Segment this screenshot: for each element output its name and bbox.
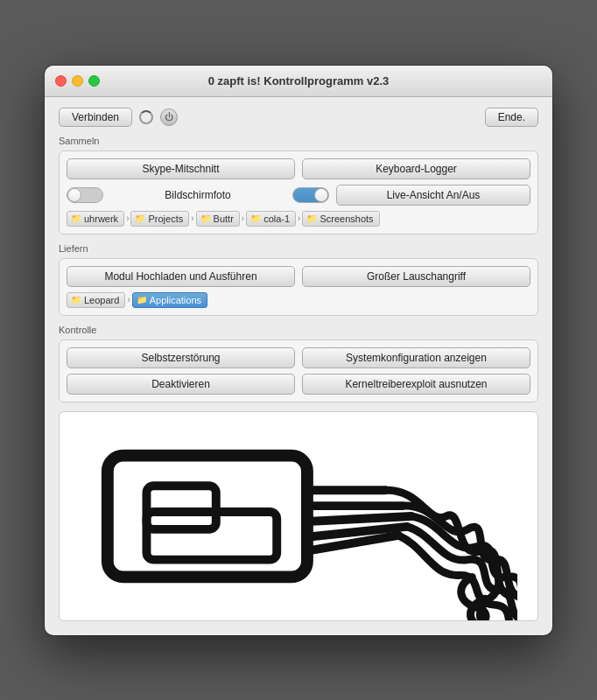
breadcrumb-arrow2: › <box>191 214 193 223</box>
main-window: 0 zapft is! Kontrollprogramm v2.3 Verbin… <box>45 66 552 635</box>
top-bar-left: Verbinden ⏻ <box>59 108 178 127</box>
breadcrumb-arrow4: › <box>298 214 300 223</box>
titlebar: 0 zapft is! Kontrollprogramm v2.3 <box>45 66 552 97</box>
liefern-label: Liefern <box>59 243 538 254</box>
power-icon: ⏻ <box>165 112 173 122</box>
folder-icon-applications: 📁 <box>137 295 147 304</box>
sammeln-label: Sammeln <box>59 136 538 146</box>
power-button[interactable]: ⏻ <box>160 108 178 126</box>
bildschirmfoto-label: Bildschirmfoto <box>110 189 285 201</box>
close-button[interactable] <box>55 75 67 87</box>
lauschangriff-button[interactable]: Großer Lauschangriff <box>302 266 530 287</box>
modul-button[interactable]: Modul Hochladen und Ausführen <box>67 266 295 287</box>
svg-line-5 <box>307 516 411 522</box>
spinner-icon <box>139 110 153 124</box>
bildschirmfoto-toggle-right[interactable] <box>292 187 329 203</box>
folder-icon-leopard: 📁 <box>71 295 81 304</box>
breadcrumb-buttr[interactable]: 📁 Buttr <box>196 211 240 227</box>
liefern-section: Liefern Modul Hochladen und Ausführen Gr… <box>59 243 538 316</box>
connect-button[interactable]: Verbinden <box>59 108 132 127</box>
sammeln-box: Skype-Mitschnitt Keyboard-Logger Bildsch… <box>59 150 538 234</box>
breadcrumb-arrow3: › <box>242 214 244 223</box>
window-title: 0 zapft is! Kontrollprogramm v2.3 <box>208 74 390 88</box>
top-bar: Verbinden ⏻ Ende. <box>59 108 538 127</box>
kontrolle-row1: Selbstzerstörung Systemkonfiguration anz… <box>67 347 530 368</box>
toggle-knob-right <box>314 188 328 202</box>
breadcrumb-uhrwerk-label: uhrwerk <box>84 214 118 224</box>
kontrolle-label: Kontrolle <box>59 325 538 335</box>
liefern-breadcrumb: 📁 Leopard › 📁 Applications <box>67 292 530 308</box>
folder-icon4: 📁 <box>250 214 261 223</box>
deaktivieren-button[interactable]: Deaktivieren <box>67 374 295 395</box>
breadcrumb-applications-label: Applications <box>150 295 201 305</box>
breadcrumb-arrow1: › <box>126 214 129 223</box>
breadcrumb-uhrwerk[interactable]: 📁 uhrwerk <box>67 211 124 227</box>
breadcrumb-screenshots[interactable]: 📁 Screenshots <box>302 211 379 227</box>
minimize-button[interactable] <box>72 75 83 87</box>
toggle-knob-left <box>67 188 81 202</box>
kontrolle-box: Selbstzerstörung Systemkonfiguration anz… <box>59 340 538 402</box>
liefern-row1: Modul Hochladen und Ausführen Großer Lau… <box>67 266 530 287</box>
breadcrumb-leopard-label: Leopard <box>84 295 119 305</box>
bildschirmfoto-toggle-left[interactable] <box>67 187 103 203</box>
sammeln-row1: Skype-Mitschnitt Keyboard-Logger <box>67 158 530 179</box>
folder-icon5: 📁 <box>306 214 317 223</box>
kontrolle-row2: Deaktivieren Kerneltreiberexploit ausnut… <box>67 374 530 395</box>
breadcrumb-projects[interactable]: 📁 Projects <box>130 211 189 227</box>
breadcrumb-projects-label: Projects <box>148 214 183 224</box>
image-area <box>59 411 538 621</box>
breadcrumb-arrow-liefern: › <box>127 295 130 304</box>
breadcrumb-buttr-label: Buttr <box>214 214 234 224</box>
folder-icon: 📁 <box>71 214 81 223</box>
maximize-button[interactable] <box>88 75 100 87</box>
kerneltreiber-button[interactable]: Kerneltreiberexploit ausnutzen <box>302 374 530 395</box>
logo-image <box>80 412 517 620</box>
breadcrumb-cola1-label: cola-1 <box>263 214 290 224</box>
folder-icon3: 📁 <box>200 214 211 223</box>
sammeln-section: Sammeln Skype-Mitschnitt Keyboard-Logger… <box>59 136 538 234</box>
bildschirmfoto-row: Bildschirmfoto Live-Ansicht An/Aus <box>67 185 530 206</box>
keyboard-logger-button[interactable]: Keyboard-Logger <box>302 158 530 179</box>
skype-button[interactable]: Skype-Mitschnitt <box>67 158 295 179</box>
breadcrumb-cola1[interactable]: 📁 cola-1 <box>246 211 296 227</box>
window-content: Verbinden ⏻ Ende. Sammeln Skype-Mitschni… <box>45 97 552 635</box>
selbstzerstoerung-button[interactable]: Selbstzerstörung <box>67 347 295 368</box>
folder-icon2: 📁 <box>135 214 145 223</box>
traffic-lights <box>55 75 100 87</box>
end-button[interactable]: Ende. <box>485 108 538 127</box>
breadcrumb-applications[interactable]: 📁 Applications <box>132 292 207 308</box>
breadcrumb-leopard[interactable]: 📁 Leopard <box>67 292 125 308</box>
systemkonfiguration-button[interactable]: Systemkonfiguration anzeigen <box>302 347 530 368</box>
breadcrumb-screenshots-label: Screenshots <box>320 214 373 224</box>
liefern-box: Modul Hochladen und Ausführen Großer Lau… <box>59 258 538 316</box>
sammeln-breadcrumb: 📁 uhrwerk › 📁 Projects › 📁 Buttr › <box>67 211 530 227</box>
kontrolle-section: Kontrolle Selbstzerstörung Systemkonfigu… <box>59 325 538 402</box>
live-ansicht-button[interactable]: Live-Ansicht An/Aus <box>336 185 530 206</box>
